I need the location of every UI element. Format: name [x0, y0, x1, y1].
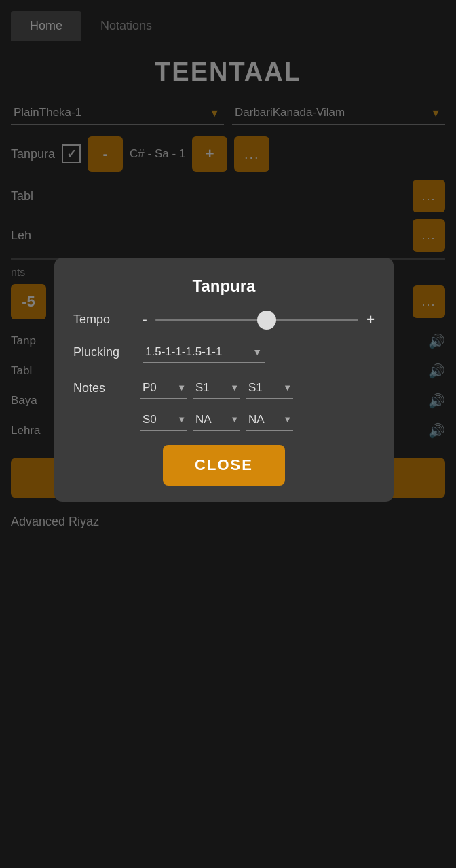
slider-track — [155, 319, 359, 321]
modal-plucking-label: Plucking — [73, 345, 134, 359]
modal-dialog: Tanpura Tempo - + Plucking 1.5-1-1-1.5-1… — [54, 258, 394, 502]
modal-plucking-row: Plucking 1.5-1-1-1.5-1-1 1-1-1-1 2-1-1-2… — [73, 341, 375, 363]
note3-select[interactable]: S0S1S2NA — [246, 377, 286, 398]
modal-tempo-slider[interactable] — [155, 313, 359, 327]
note5-wrapper: S0S1S2NA ▼ — [193, 409, 240, 431]
note5-select[interactable]: S0S1S2NA — [193, 409, 233, 430]
note3-wrapper: S0S1S2NA ▼ — [246, 377, 293, 399]
modal-title: Tanpura — [73, 277, 375, 296]
modal-plucking-dropdown-wrapper: 1.5-1-1-1.5-1-1 1-1-1-1 2-1-1-2-1-1 ▼ — [142, 341, 265, 363]
note2-select[interactable]: S0S1S2NA — [193, 377, 233, 398]
modal-plucking-dropdown[interactable]: 1.5-1-1-1.5-1-1 1-1-1-1 2-1-1-2-1-1 — [142, 341, 265, 362]
note4-wrapper: S0S1S2NA ▼ — [140, 409, 187, 431]
modal-tempo-plus[interactable]: + — [366, 312, 375, 328]
modal-notes-label: Notes — [73, 381, 134, 395]
slider-thumb — [257, 311, 276, 330]
modal-close-button[interactable]: CLOSE — [163, 445, 285, 486]
modal-notes-row1: Notes P0P1S0S1 ▼ S0S1S2NA ▼ S0S1S2NA ▼ — [73, 377, 375, 399]
note6-wrapper: S0S1S2NA ▼ — [246, 409, 293, 431]
modal-tempo-label: Tempo — [73, 313, 134, 327]
note6-select[interactable]: S0S1S2NA — [246, 409, 286, 430]
modal-tempo-row: Tempo - + — [73, 312, 375, 328]
modal-tempo-minus[interactable]: - — [142, 312, 147, 328]
note2-wrapper: S0S1S2NA ▼ — [193, 377, 240, 399]
modal-notes-row2: S0S1S2NA ▼ S0S1S2NA ▼ S0S1S2NA ▼ — [73, 409, 375, 431]
note1-wrapper: P0P1S0S1 ▼ — [140, 377, 187, 399]
note1-select[interactable]: P0P1S0S1 — [140, 377, 180, 398]
note4-select[interactable]: S0S1S2NA — [140, 409, 180, 430]
